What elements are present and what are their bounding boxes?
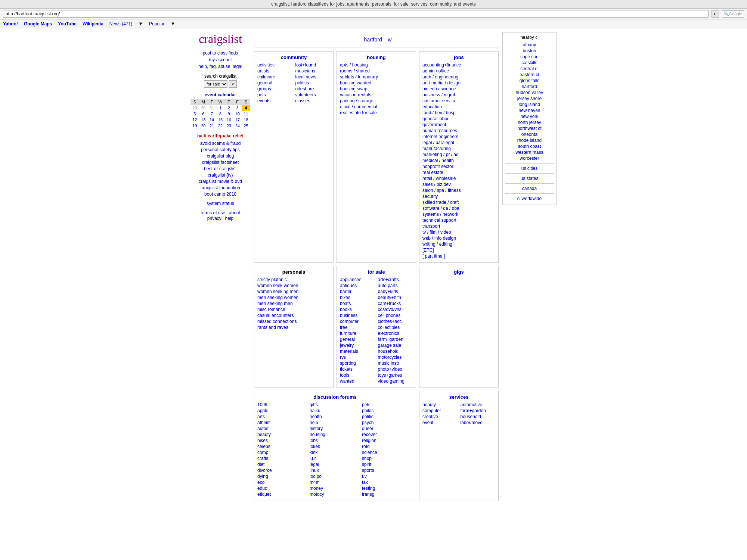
fs-collectibles[interactable]: collectibles <box>378 325 413 330</box>
job-general[interactable]: general labor <box>422 116 495 121</box>
calendar-day[interactable]: 13 <box>199 117 208 123</box>
nearby-boston[interactable]: boston <box>505 48 554 53</box>
disc-apple[interactable]: apple <box>257 408 308 413</box>
disc-crafts[interactable]: crafts <box>257 456 308 461</box>
movie-dvd-link[interactable]: craigslist movie & dvd <box>190 179 250 184</box>
fs-appliances[interactable]: appliances <box>340 277 375 282</box>
svc-event[interactable]: event <box>422 420 458 425</box>
nearby-newhaven[interactable]: new haven <box>505 108 554 113</box>
community-groups[interactable]: groups <box>257 86 292 91</box>
community-localnews[interactable]: local news <box>295 74 331 80</box>
fs-beauty[interactable]: beauty+hlth <box>378 295 413 300</box>
search-category-select[interactable]: for sale <box>204 80 227 88</box>
calendar-day[interactable]: 18 <box>242 117 250 123</box>
disc-housing[interactable]: housing <box>310 432 360 437</box>
nearby-southcoast[interactable]: south coast <box>505 144 554 149</box>
disc-diet[interactable]: diet <box>257 462 308 467</box>
terms-link[interactable]: terms of use <box>201 210 225 215</box>
job-manufacturing[interactable]: manufacturing <box>422 146 495 151</box>
calendar-day[interactable]: 7 <box>208 111 216 117</box>
calendar-day[interactable]: 1 <box>216 105 225 111</box>
disc-politic[interactable]: politic <box>362 414 413 419</box>
community-general[interactable]: general <box>257 80 292 85</box>
disc-dying[interactable]: dying <box>257 474 308 479</box>
job-etc[interactable]: [ETC] <box>422 248 495 253</box>
nearby-longisland[interactable]: long island <box>505 102 554 107</box>
disc-money[interactable]: money <box>310 486 360 491</box>
calendar-day[interactable]: 6 <box>199 111 208 117</box>
disc-recover[interactable]: recover <box>362 432 413 437</box>
refresh-button[interactable]: c <box>712 10 719 18</box>
nearby-northwestct[interactable]: northwest ct <box>505 126 554 131</box>
disc-locpol[interactable]: loc pol <box>310 474 360 479</box>
fs-antiques[interactable]: antiques <box>340 283 375 288</box>
job-food[interactable]: food / bev / hosp <box>422 110 495 115</box>
fs-general[interactable]: general <box>340 337 375 342</box>
nearby-hudsonvalley[interactable]: hudson valley <box>505 90 554 95</box>
job-sales[interactable]: sales / biz dev <box>422 182 495 187</box>
bookmark-news[interactable]: News (471) <box>109 21 132 27</box>
fs-computer[interactable]: computer <box>340 319 375 324</box>
disc-atheist[interactable]: atheist <box>257 420 308 425</box>
community-musicians[interactable]: musicians <box>295 68 331 74</box>
best-of-link[interactable]: best-of-craigslist <box>190 166 250 171</box>
job-customer[interactable]: customer service <box>422 98 495 103</box>
nearby-centralnj[interactable]: central nj <box>505 66 554 71</box>
disc-bikes[interactable]: bikes <box>257 438 308 443</box>
disc-celebs[interactable]: celebs <box>257 444 308 449</box>
disc-kink[interactable]: kink <box>310 450 360 455</box>
job-legal[interactable]: legal / paralegal <box>422 140 495 145</box>
personals-casual[interactable]: casual encounters <box>257 313 330 318</box>
calendar-day[interactable]: 22 <box>216 123 225 129</box>
disc-science[interactable]: science <box>362 450 413 455</box>
disc-linux[interactable]: linux <box>310 468 360 473</box>
calendar-day[interactable]: 29 <box>190 105 199 111</box>
job-medical[interactable]: medical / health <box>422 158 495 163</box>
calendar-day[interactable]: 5 <box>190 111 199 117</box>
disc-ltr[interactable]: l.t.r. <box>310 456 360 461</box>
city-link-w[interactable]: w <box>388 37 391 43</box>
community-events[interactable]: events <box>257 98 292 103</box>
search-go-button[interactable]: > <box>229 80 237 88</box>
disc-spirit[interactable]: spirit <box>362 462 413 467</box>
post-classifieds-link[interactable]: post to classifieds <box>190 50 250 56</box>
calendar-day[interactable]: 10 <box>233 111 242 117</box>
svc-creative[interactable]: creative <box>422 414 458 419</box>
fs-bikes[interactable]: bikes <box>340 295 375 300</box>
personals-msw[interactable]: men seeking women <box>257 295 330 300</box>
nearby-canada[interactable]: canada <box>505 186 554 191</box>
housing-sublets[interactable]: sublets / temporary <box>340 74 413 80</box>
calendar-day[interactable]: 8 <box>216 111 225 117</box>
help-faq-link[interactable]: help, faq, abuse, legal <box>190 64 250 69</box>
disc-psych[interactable]: psych <box>362 420 413 425</box>
fs-farmgarden[interactable]: farm+garden <box>378 337 413 342</box>
fs-babykids[interactable]: baby+kids <box>378 289 413 294</box>
nearby-glensfalls[interactable]: glens falls <box>505 78 554 83</box>
disc-jokes[interactable]: jokes <box>310 444 360 449</box>
disc-motocy[interactable]: motocy <box>310 492 360 497</box>
bookmark-popular[interactable]: Popular <box>149 21 164 27</box>
svc-household[interactable]: household <box>461 414 496 419</box>
calendar-day[interactable]: 4 <box>242 105 250 111</box>
about-link[interactable]: about <box>229 210 240 215</box>
nearby-hartford[interactable]: hartford <box>505 84 554 89</box>
job-security[interactable]: security <box>422 194 495 199</box>
personals-wsm[interactable]: women seeking men <box>257 289 330 294</box>
address-input[interactable] <box>3 10 709 18</box>
fs-rvs[interactable]: rvs <box>340 355 375 360</box>
community-classes[interactable]: classes <box>295 98 331 103</box>
disc-legal[interactable]: legal <box>310 462 360 467</box>
job-web[interactable]: web / info design <box>422 236 495 241</box>
job-software[interactable]: software / qa / dba <box>422 206 495 211</box>
fs-carstrucks[interactable]: cars+trucks <box>378 301 413 306</box>
fs-clothes[interactable]: clothes+acc <box>378 319 413 324</box>
nearby-oneonta[interactable]: oneonta <box>505 132 554 137</box>
job-education[interactable]: education <box>422 104 495 109</box>
personals-rants[interactable]: rants and raves <box>257 325 330 330</box>
community-childcare[interactable]: childcare <box>257 74 292 80</box>
housing-apts[interactable]: apts / housing <box>340 62 413 68</box>
privacy-link[interactable]: privacy <box>207 216 221 221</box>
boot-camp-link[interactable]: boot camp 2010 <box>190 192 250 197</box>
community-pets[interactable]: pets <box>257 92 292 97</box>
disc-etiquet[interactable]: etiquet <box>257 492 308 497</box>
